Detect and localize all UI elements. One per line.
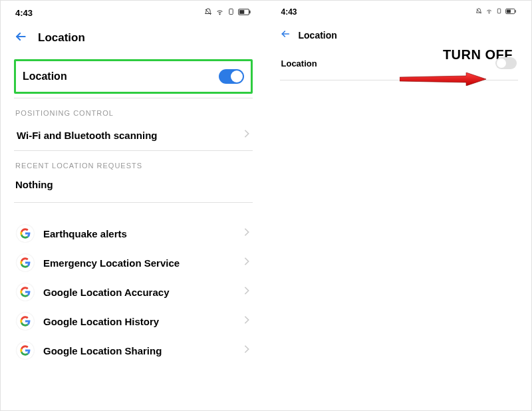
section-positioning-control: POSITIONING CONTROL <box>15 109 253 117</box>
divider <box>14 150 253 151</box>
left-panel: 4:43 Location Location POSITIO <box>1 1 267 410</box>
status-bar: 4:43 <box>14 7 253 18</box>
wifi-bluetooth-scanning-label: Wi-Fi and Bluetooth scanning <box>17 130 158 141</box>
google-location-history-label: Google Location History <box>43 316 159 327</box>
right-panel: 4:43 Location TURN OFF Location <box>267 1 532 410</box>
chevron-right-icon <box>243 286 250 298</box>
back-icon[interactable] <box>280 29 291 41</box>
page-title: Location <box>299 30 337 41</box>
svg-rect-1 <box>229 9 233 14</box>
svg-marker-12 <box>400 72 486 86</box>
location-toggle-label: Location <box>281 59 317 68</box>
google-location-sharing-label: Google Location Sharing <box>43 345 162 356</box>
page-header: Location <box>280 29 519 41</box>
emergency-location-service-row[interactable]: Emergency Location Service <box>14 248 253 277</box>
status-time: 4:43 <box>15 8 33 18</box>
chevron-right-icon <box>243 344 250 356</box>
chevron-right-icon <box>243 227 250 239</box>
battery-icon <box>238 8 251 18</box>
status-bar: 4:43 <box>280 7 519 17</box>
divider <box>14 98 253 98</box>
location-toggle-on[interactable] <box>219 69 244 84</box>
google-location-accuracy-label: Google Location Accuracy <box>43 287 170 298</box>
wifi-icon <box>215 7 224 18</box>
status-icons <box>204 7 251 18</box>
annotation-arrow-icon <box>400 72 486 86</box>
svg-rect-7 <box>497 9 501 13</box>
google-location-accuracy-row[interactable]: Google Location Accuracy <box>14 277 253 307</box>
page-header: Location <box>14 30 253 46</box>
chevron-right-icon <box>243 129 250 141</box>
dnd-icon <box>204 8 212 18</box>
battery-icon <box>505 7 517 17</box>
svg-point-0 <box>219 14 219 15</box>
earthquake-alerts-row[interactable]: Earthquake alerts <box>14 219 253 248</box>
location-toggle-highlight: Location <box>14 59 253 94</box>
sim-icon <box>227 7 235 18</box>
back-icon[interactable] <box>14 30 27 46</box>
svg-rect-10 <box>515 10 516 13</box>
location-toggle-off[interactable] <box>495 57 517 69</box>
google-icon <box>17 254 34 271</box>
svg-rect-9 <box>507 10 511 13</box>
location-toggle-row[interactable]: Location <box>16 61 251 92</box>
sim-icon <box>496 7 502 17</box>
section-recent-requests: RECENT LOCATION REQUESTS <box>15 162 253 170</box>
google-services-list: Earthquake alerts Emergency Location Ser… <box>14 219 253 365</box>
wifi-icon <box>485 7 493 17</box>
svg-point-6 <box>489 13 489 13</box>
wifi-bluetooth-scanning-row[interactable]: Wi-Fi and Bluetooth scanning <box>14 122 253 148</box>
recent-requests-empty: Nothing <box>14 175 253 200</box>
google-icon <box>17 225 34 242</box>
dnd-icon <box>475 7 482 17</box>
emergency-location-service-label: Emergency Location Service <box>43 257 180 269</box>
page-title: Location <box>38 31 85 45</box>
google-icon <box>17 283 34 301</box>
google-location-sharing-row[interactable]: Google Location Sharing <box>14 336 253 365</box>
chevron-right-icon <box>243 315 250 327</box>
svg-rect-3 <box>239 10 244 14</box>
svg-rect-4 <box>249 10 250 13</box>
location-toggle-label: Location <box>23 70 67 82</box>
chevron-right-icon <box>243 257 250 269</box>
google-icon <box>17 342 34 359</box>
status-icons <box>475 7 517 17</box>
google-location-history-row[interactable]: Google Location History <box>14 307 253 336</box>
google-icon <box>17 313 34 330</box>
divider <box>14 202 253 203</box>
earthquake-alerts-label: Earthquake alerts <box>43 228 127 239</box>
status-time: 4:43 <box>281 7 297 17</box>
